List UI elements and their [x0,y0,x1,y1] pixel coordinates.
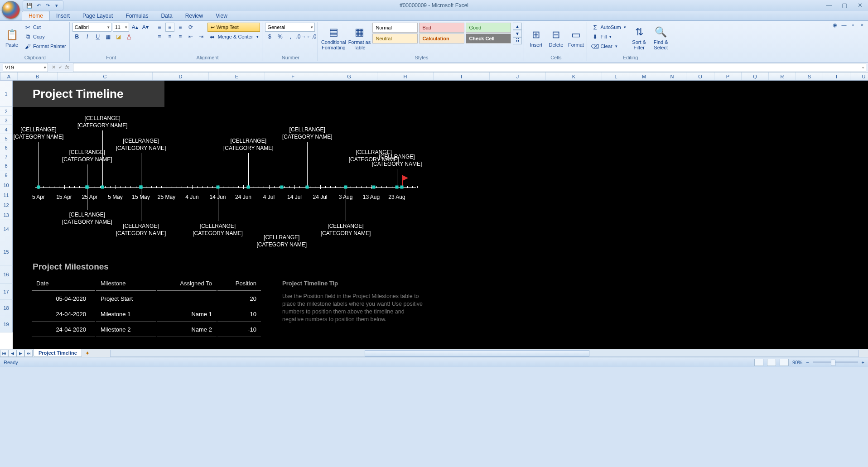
format-as-table-button[interactable]: ▦ Format as Table [348,23,371,53]
col-header[interactable]: K [546,72,602,80]
cut-button[interactable]: ✂Cut [23,23,68,32]
row-header[interactable]: 1 [0,81,13,107]
page-layout-view-icon[interactable] [767,359,776,366]
border-button[interactable]: ▦ [104,32,113,41]
currency-icon[interactable]: $ [265,32,274,41]
ribbon-minimize-icon[interactable]: — [841,22,847,28]
orientation-icon[interactable]: ⟳ [186,23,195,32]
styles-more-icon[interactable]: ⠿ [513,37,522,44]
col-header[interactable]: T [823,72,850,80]
increase-indent-icon[interactable]: ⇥ [197,32,206,41]
row-header[interactable]: 13 [0,210,13,220]
table-cell[interactable]: -10 [217,323,261,337]
row-header[interactable]: 9 [0,170,13,180]
italic-button[interactable]: I [83,32,92,41]
col-header[interactable]: R [769,72,796,80]
horizontal-scrollbar[interactable] [110,350,859,357]
col-header[interactable]: P [714,72,742,80]
delete-button[interactable]: ⊟Delete [547,23,565,53]
table-cell[interactable]: Project Start [96,292,156,306]
fill-button[interactable]: ⬇Fill▾ [590,32,627,41]
col-header[interactable]: S [796,72,823,80]
table-row[interactable]: 24-04-2020Milestone 2Name 2-10 [32,323,261,337]
row-header[interactable]: 18 [0,300,13,316]
tab-home[interactable]: Home [22,11,50,20]
table-cell[interactable]: 24-04-2020 [32,307,95,322]
scroll-thumb[interactable] [365,350,589,356]
row-header[interactable]: 16 [0,265,13,284]
new-sheet-icon[interactable]: ✦ [83,350,92,357]
row-header[interactable]: 4 [0,125,13,134]
spreadsheet-grid[interactable]: ABCDEFGHIJKLMNOPQRSTUV 12345678910111213… [0,72,868,349]
redo-icon[interactable]: ↷ [44,2,51,9]
row-header[interactable]: 3 [0,116,13,125]
increase-decimal-icon[interactable]: .0→ [296,32,305,41]
insert-button[interactable]: ⊞Insert [527,23,545,53]
find-select-button[interactable]: 🔍Find & Select [651,23,671,53]
col-header[interactable]: F [265,72,321,80]
align-top-icon[interactable]: ≡ [155,23,164,32]
font-size-combo[interactable]: 11 [113,23,129,32]
zoom-in-icon[interactable]: + [862,360,864,365]
sheet-tab[interactable]: Project Timeline [34,349,82,357]
row-header[interactable]: 12 [0,200,13,210]
help-icon[interactable]: ◉ [832,22,838,28]
close-button[interactable]: ✕ [854,1,865,9]
col-header[interactable]: Q [742,72,769,80]
table-cell[interactable]: Name 1 [157,307,217,322]
cell-style-neutral[interactable]: Neutral [372,34,418,43]
ribbon-restore-icon[interactable]: ▫ [850,22,856,28]
align-bottom-icon[interactable]: ≡ [176,23,185,32]
page-break-view-icon[interactable] [780,359,789,366]
fill-color-button[interactable]: ◪ [114,32,123,41]
ribbon-close-icon[interactable]: × [859,22,865,28]
col-header[interactable]: I [434,72,490,80]
percent-icon[interactable]: % [275,32,285,41]
cell-style-bad[interactable]: Bad [419,23,464,33]
save-icon[interactable]: 💾 [26,2,33,9]
format-painter-button[interactable]: 🖌Format Painter [23,42,68,51]
tab-page-layout[interactable]: Page Layout [76,11,119,20]
tab-nav-next-icon[interactable]: ▶ [16,350,24,357]
maximize-button[interactable]: ▢ [839,1,850,9]
table-cell[interactable]: 20 [217,292,261,306]
row-header[interactable]: 19 [0,316,13,332]
table-cell[interactable]: 10 [217,307,261,322]
row-header[interactable]: 11 [0,190,13,200]
formula-input[interactable]: ⌄ [73,63,866,72]
table-cell[interactable]: 05-04-2020 [32,292,95,306]
tab-review[interactable]: Review [179,11,209,20]
row-header[interactable]: 5 [0,134,13,143]
qat-dropdown-icon[interactable]: ▾ [53,2,60,9]
undo-icon[interactable]: ↶ [35,2,42,9]
align-middle-icon[interactable]: ≡ [165,23,174,32]
col-header[interactable]: J [490,72,546,80]
col-header[interactable]: D [153,72,209,80]
cell-style-normal[interactable]: Normal [372,23,418,33]
table-row[interactable]: 05-04-2020Project Start20 [32,292,261,306]
bold-button[interactable]: B [72,32,82,41]
tab-nav-prev-icon[interactable]: ◀ [8,350,16,357]
clear-button[interactable]: ⌫Clear▾ [590,42,627,51]
col-header[interactable]: G [321,72,377,80]
merge-button[interactable]: ⬌Merge & Center▾ [207,32,260,41]
worksheet-content[interactable]: Project Timeline 5 Apr15 Apr25 Apr5 May1… [13,81,868,349]
tab-nav-first-icon[interactable]: ⏮ [0,350,8,357]
normal-view-icon[interactable] [754,359,763,366]
row-header[interactable]: 10 [0,180,13,190]
col-header[interactable]: M [630,72,658,80]
cancel-formula-icon[interactable]: ✕ [52,64,56,70]
tab-data[interactable]: Data [154,11,178,20]
wrap-text-button[interactable]: ↩Wrap Text [207,23,260,32]
minimize-button[interactable]: — [824,1,834,9]
col-header[interactable]: O [686,72,714,80]
table-cell[interactable]: Milestone 1 [96,307,156,322]
comma-icon[interactable]: , [286,32,295,41]
tab-nav-last-icon[interactable]: ⏭ [24,350,33,357]
row-header[interactable]: 14 [0,220,13,238]
zoom-out-icon[interactable]: − [806,360,809,365]
row-header[interactable]: 2 [0,107,13,116]
row-header[interactable]: 6 [0,143,13,152]
col-header[interactable]: L [602,72,630,80]
format-button[interactable]: ▭Format [567,23,585,53]
